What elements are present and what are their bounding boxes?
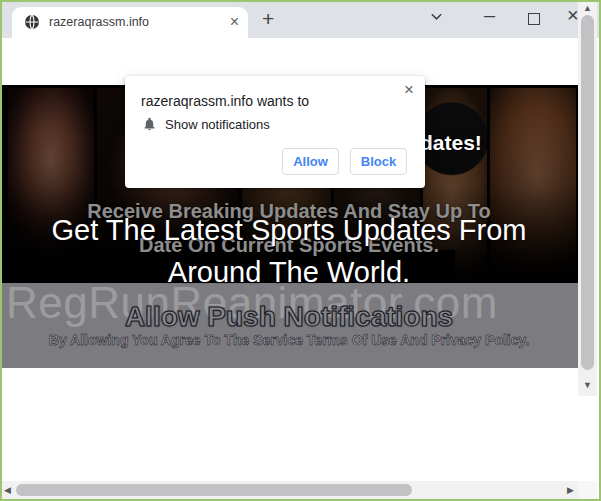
new-tab-button[interactable]: + [262, 7, 274, 31]
allow-push-cta-text: Allow Push Notifications [0, 301, 578, 333]
scroll-right-icon[interactable]: ▶ [567, 485, 574, 495]
window-close-button[interactable]: × [567, 4, 579, 27]
vertical-scrollbar[interactable]: ▲ ▼ [578, 0, 597, 396]
horizontal-scrollbar-thumb[interactable] [16, 484, 412, 496]
browser-tab[interactable]: razeraqrassm.info × [12, 7, 248, 38]
browser-window: razeraqrassm.info × + – × ← → [0, 0, 601, 501]
allow-button[interactable]: Allow [282, 148, 339, 175]
bell-icon [142, 116, 157, 136]
terms-text: By Allowing You Agree To The Service Ter… [0, 332, 578, 348]
dialog-close-icon[interactable]: × [404, 80, 414, 100]
headline-line1: Get The Latest Sports Updates From [0, 214, 578, 247]
tab-close-icon[interactable]: × [230, 12, 239, 32]
scroll-down-icon[interactable]: ▼ [578, 380, 597, 390]
notification-permission-dialog: × razeraqrassm.info wants to Show notifi… [125, 76, 425, 188]
dialog-title: razeraqrassm.info wants to [141, 93, 309, 109]
window-minimize-button[interactable]: – [484, 4, 495, 27]
scroll-up-icon[interactable]: ▲ [578, 3, 597, 13]
horizontal-scrollbar[interactable]: ◀ ▶ [0, 481, 578, 499]
globe-favicon-icon [24, 14, 40, 30]
scroll-left-icon[interactable]: ◀ [4, 485, 11, 495]
window-maximize-button[interactable] [528, 13, 540, 25]
headline-fragment: dates! [420, 131, 482, 155]
scrollbar-corner [578, 481, 597, 499]
tab-title: razeraqrassm.info [49, 15, 149, 29]
permission-label: Show notifications [165, 117, 270, 132]
headline-line2: Around The World. [0, 256, 578, 289]
window-chevron-down-icon[interactable] [429, 9, 444, 28]
block-button[interactable]: Block [350, 148, 407, 175]
vertical-scrollbar-thumb[interactable] [581, 15, 594, 370]
tab-strip: razeraqrassm.info × + – × [0, 0, 601, 38]
